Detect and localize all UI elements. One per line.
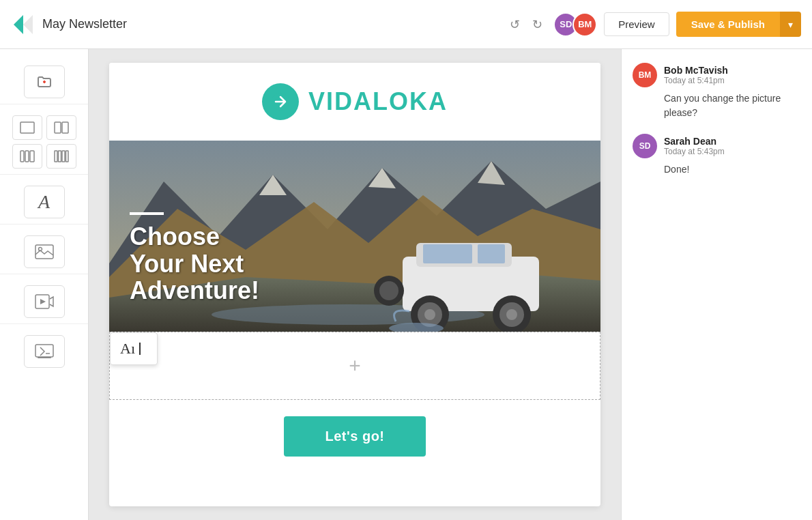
sidebar-section-video [0, 280, 88, 324]
svg-rect-7 [30, 151, 34, 162]
brand-plane-icon [270, 91, 291, 112]
layout-4col-button[interactable] [46, 144, 76, 169]
chat-text-bm: Can you change the picture please? [633, 91, 801, 120]
chat-author-row-bm: BM Bob McTavish Today at 5:41pm [633, 63, 801, 87]
save-publish-dropdown-button[interactable]: ▾ [780, 12, 801, 37]
text-drop-zone[interactable]: Aı + [109, 332, 600, 400]
sidebar-folder-button[interactable] [24, 66, 65, 98]
layout-2col-button[interactable] [46, 115, 76, 140]
layout-4col-icon [54, 150, 69, 162]
email-brand-header: VIDALOKA [109, 63, 600, 141]
sidebar-section-embed [0, 330, 88, 373]
save-publish-button[interactable]: Save & Publish [676, 12, 780, 37]
redo-button[interactable]: ↻ [528, 14, 547, 35]
app-logo-icon [11, 12, 35, 37]
layout-1col-button[interactable] [12, 115, 42, 140]
svg-point-39 [379, 281, 398, 300]
brand-logo-circle [262, 83, 299, 120]
embed-icon [35, 344, 54, 359]
layout-3col-icon [20, 150, 35, 162]
chat-text-sd: Done! [633, 162, 801, 177]
hero-text-block: ChooseYour NextAdventure! [130, 212, 259, 304]
brand-name: VIDALOKA [308, 87, 448, 116]
sidebar-section-text: A [0, 180, 88, 225]
svg-rect-30 [478, 244, 505, 263]
svg-point-37 [506, 309, 517, 320]
sidebar-video-button[interactable] [24, 285, 65, 318]
svg-rect-10 [62, 151, 65, 162]
sidebar-image-button[interactable] [24, 235, 65, 268]
svg-rect-31 [423, 244, 472, 263]
hero-title: ChooseYour NextAdventure! [130, 223, 259, 304]
avatar-bm[interactable]: BM [572, 12, 597, 37]
chat-author-row-sd: SD Sarah Dean Today at 5:43pm [633, 134, 801, 158]
sidebar-section-image [0, 230, 88, 274]
chat-author-name-bm: Bob McTavish [664, 65, 728, 76]
layout-3col-button[interactable] [12, 144, 42, 169]
left-sidebar: A [0, 49, 89, 520]
canvas-area: VIDALOKA [89, 49, 621, 520]
svg-rect-2 [20, 122, 34, 133]
chat-avatar-bm: BM [633, 63, 657, 87]
chat-message-bm: BM Bob McTavish Today at 5:41pm Can you … [633, 63, 801, 120]
chat-panel: BM Bob McTavish Today at 5:41pm Can you … [621, 49, 812, 520]
svg-rect-11 [66, 151, 68, 162]
folder-icon [36, 74, 53, 90]
video-icon [35, 294, 54, 309]
chat-avatar-sd: SD [633, 134, 657, 158]
save-publish-group: Save & Publish ▾ [676, 12, 801, 37]
text-tool-popup[interactable]: Aı [110, 332, 158, 365]
undo-button[interactable]: ↺ [506, 14, 524, 35]
svg-rect-8 [55, 151, 57, 162]
svg-rect-9 [58, 151, 61, 162]
cta-button[interactable]: Let's go! [284, 416, 425, 457]
svg-rect-4 [62, 122, 68, 133]
preview-button[interactable]: Preview [604, 12, 669, 36]
image-icon [35, 244, 54, 259]
svg-rect-17 [38, 357, 51, 358]
layout-row-1 [12, 115, 76, 140]
cta-section: Let's go! [109, 400, 600, 473]
svg-marker-0 [14, 15, 23, 34]
logo-area: May Newsletter [11, 12, 127, 37]
chat-author-name-sd: Sarah Dean [664, 136, 725, 147]
text-ai-label: Aı [120, 340, 135, 358]
hero-accent-line [130, 212, 164, 215]
header-actions: ↺ ↻ SD BM Preview Save & Publish ▾ [506, 12, 801, 37]
svg-rect-5 [20, 151, 24, 162]
svg-marker-1 [23, 15, 33, 34]
layout-row-2 [12, 144, 76, 169]
main-layout: A [0, 49, 812, 520]
app-header: May Newsletter ↺ ↻ SD BM Preview Save & … [0, 0, 812, 49]
sidebar-section-layout [0, 110, 88, 175]
sidebar-embed-button[interactable] [24, 335, 65, 368]
svg-rect-3 [55, 122, 61, 133]
text-icon: A [38, 191, 50, 213]
hero-section: ChooseYour NextAdventure! [109, 141, 600, 332]
email-canvas: VIDALOKA [109, 63, 600, 506]
svg-point-34 [424, 309, 435, 320]
chat-message-sd: SD Sarah Dean Today at 5:43pm Done! [633, 134, 801, 177]
sidebar-text-button[interactable]: A [24, 186, 65, 218]
collaborators-group: SD BM [553, 12, 597, 37]
svg-marker-15 [40, 299, 46, 304]
svg-rect-6 [25, 151, 29, 162]
chat-timestamp-sd: Today at 5:43pm [664, 147, 725, 156]
undo-redo-group: ↺ ↻ [506, 14, 547, 35]
chat-timestamp-bm: Today at 5:41pm [664, 76, 728, 85]
add-content-plus[interactable]: + [349, 354, 361, 377]
document-title: May Newsletter [42, 17, 127, 31]
chat-author-info-sd: Sarah Dean Today at 5:43pm [664, 136, 725, 156]
chat-author-info-bm: Bob McTavish Today at 5:41pm [664, 65, 728, 85]
sidebar-section-folder [0, 60, 88, 104]
text-cursor [139, 343, 147, 355]
layout-2col-icon [54, 121, 69, 134]
layout-1col-icon [20, 121, 35, 134]
